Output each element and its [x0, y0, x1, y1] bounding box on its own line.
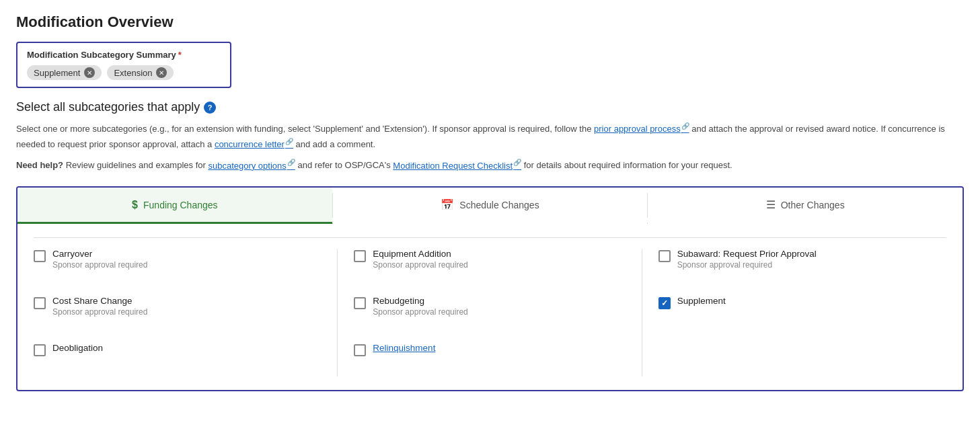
checkbox-cost-share-text: Cost Share Change Sponsor approval requi…: [52, 296, 147, 317]
checkbox-carryover[interactable]: [34, 250, 46, 262]
required-indicator: *: [178, 50, 182, 60]
concurrence-letter-link[interactable]: concurrence letter🔗: [215, 139, 293, 149]
subcategory-options-link[interactable]: subcategory options🔗: [208, 161, 295, 171]
tag-extension-label: Extension: [114, 68, 152, 78]
subcategory-summary-box: Modification Subcategory Summary* Supple…: [16, 42, 231, 88]
checkbox-row-relinquishment: Relinquishment: [354, 343, 625, 376]
page-title: Modification Overview: [16, 13, 964, 31]
checkbox-col-1: Carryover Sponsor approval required Cost…: [34, 249, 338, 376]
tab-other-changes[interactable]: ☰ Other Changes: [648, 188, 963, 224]
external-icon-2: 🔗: [285, 138, 293, 145]
checkbox-row-subaward: Subaward: Request Prior Approval Sponsor…: [658, 249, 946, 282]
tab-schedule-label: Schedule Changes: [459, 200, 539, 210]
tabs-container: $ Funding Changes 📅 Schedule Changes ☰ O…: [16, 186, 964, 391]
tag-extension-remove[interactable]: ✕: [156, 67, 167, 78]
checkbox-row-equipment: Equipment Addition Sponsor approval requ…: [354, 249, 625, 282]
external-icon: 🔗: [681, 122, 689, 130]
checkbox-subaward[interactable]: [658, 250, 671, 262]
tab-funding-label: Funding Changes: [143, 200, 218, 210]
checkbox-row-cost-share: Cost Share Change Sponsor approval requi…: [34, 296, 321, 329]
checkbox-grid: Carryover Sponsor approval required Cost…: [34, 237, 946, 376]
external-icon-4: 🔗: [513, 159, 521, 166]
list-icon: ☰: [766, 198, 776, 211]
tab-schedule-changes[interactable]: 📅 Schedule Changes: [333, 188, 648, 224]
checkbox-cost-share[interactable]: [34, 297, 46, 309]
checkbox-relinquishment[interactable]: [354, 344, 366, 356]
tag-supplement-remove[interactable]: ✕: [84, 67, 95, 78]
checkbox-rebudgeting[interactable]: [354, 297, 366, 309]
checkbox-subaward-text: Subaward: Request Prior Approval Sponsor…: [677, 249, 817, 270]
tabs-header: $ Funding Changes 📅 Schedule Changes ☰ O…: [17, 188, 963, 224]
dollar-icon: $: [132, 199, 138, 211]
checkbox-col-3: Subaward: Request Prior Approval Sponsor…: [642, 249, 946, 376]
checkbox-row-deobligation: Deobligation: [34, 343, 321, 376]
checkbox-supplement-text: Supplement: [677, 296, 726, 306]
checkbox-rebudgeting-text: Rebudgeting Sponsor approval required: [373, 296, 467, 317]
help-icon[interactable]: ?: [204, 102, 216, 114]
checkbox-deobligation-text: Deobligation: [52, 343, 103, 353]
tag-container: Supplement ✕ Extension ✕: [27, 65, 221, 80]
description-text: Select one or more subcategories (e.g., …: [16, 121, 964, 152]
external-icon-3: 🔗: [287, 159, 295, 166]
checkbox-supplement[interactable]: [658, 297, 671, 309]
calendar-icon: 📅: [441, 198, 454, 211]
tag-supplement[interactable]: Supplement ✕: [27, 65, 102, 80]
checkbox-deobligation[interactable]: [34, 344, 46, 356]
prior-approval-link[interactable]: prior approval process🔗: [594, 124, 689, 134]
help-line: Need help? Review guidelines and example…: [16, 157, 964, 173]
checkbox-carryover-text: Carryover Sponsor approval required: [52, 249, 147, 270]
checkbox-equipment-text: Equipment Addition Sponsor approval requ…: [373, 249, 467, 270]
checkbox-row-rebudgeting: Rebudgeting Sponsor approval required: [354, 296, 625, 329]
tag-supplement-label: Supplement: [34, 68, 80, 78]
modification-checklist-link[interactable]: Modification Request Checklist🔗: [393, 161, 521, 171]
tab-funding-changes[interactable]: $ Funding Changes: [17, 188, 332, 224]
tabs-body: Carryover Sponsor approval required Cost…: [17, 224, 963, 390]
tab-other-label: Other Changes: [781, 200, 845, 210]
checkbox-relinquishment-text: Relinquishment: [373, 343, 435, 353]
select-heading: Select all subcategories that apply ?: [16, 100, 964, 114]
checkbox-col-2: Equipment Addition Sponsor approval requ…: [338, 249, 642, 376]
checkbox-equipment[interactable]: [354, 250, 366, 262]
checkbox-row-supplement: Supplement: [658, 296, 946, 329]
subcategory-label: Modification Subcategory Summary*: [27, 50, 221, 60]
tag-extension[interactable]: Extension ✕: [107, 65, 174, 80]
checkbox-row-carryover: Carryover Sponsor approval required: [34, 249, 321, 282]
